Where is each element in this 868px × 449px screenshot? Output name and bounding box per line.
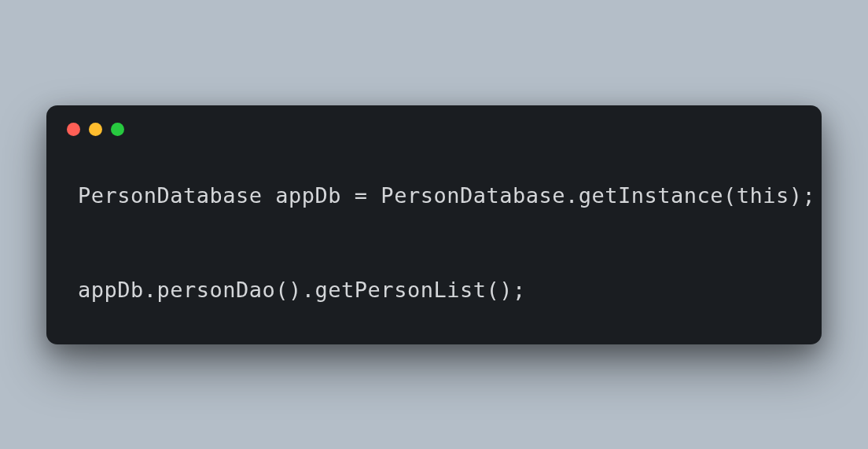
blank-lines [78, 212, 790, 274]
window-titlebar [46, 105, 822, 136]
code-window: PersonDatabase appDb = PersonDatabase.ge… [46, 105, 822, 344]
code-editor: PersonDatabase appDb = PersonDatabase.ge… [46, 136, 822, 344]
maximize-icon[interactable] [111, 123, 124, 136]
code-line: PersonDatabase appDb = PersonDatabase.ge… [78, 180, 790, 212]
code-line: appDb.personDao().getPersonList(); [78, 274, 790, 307]
minimize-icon[interactable] [89, 123, 102, 136]
close-icon[interactable] [67, 123, 80, 136]
